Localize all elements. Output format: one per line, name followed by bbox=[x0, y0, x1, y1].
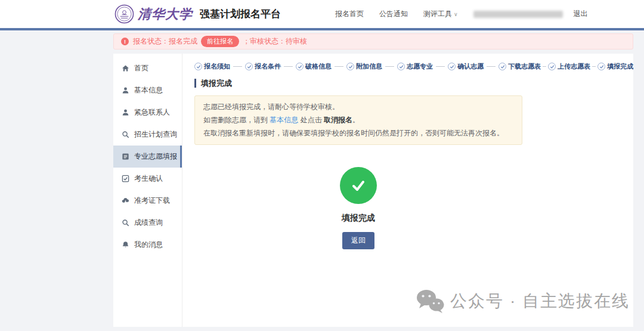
step-exception-info: 破格信息 bbox=[296, 62, 332, 71]
sidebar-item-label: 基本信息 bbox=[134, 85, 163, 95]
step-check-icon bbox=[397, 63, 405, 70]
user-icon bbox=[122, 109, 129, 116]
step-check-icon bbox=[548, 63, 556, 70]
alert-status-text: 报名状态：报名完成 bbox=[133, 36, 197, 47]
sidebar-item-score-query[interactable]: 成绩查询 bbox=[113, 212, 182, 234]
sidebar-menu: 首页基本信息紧急联系人招生计划查询专业志愿填报考生确认准考证下载成绩查询我的消息 bbox=[113, 54, 182, 327]
sidebar-item-label: 紧急联系人 bbox=[134, 107, 170, 117]
step-additional-info: 附加信息 bbox=[346, 62, 382, 71]
success-area: 填报完成 返回 bbox=[194, 167, 522, 249]
basic-info-link[interactable]: 基本信息 bbox=[270, 116, 298, 124]
step-conditions: 报名条件 bbox=[245, 62, 281, 71]
success-title: 填报完成 bbox=[194, 213, 522, 224]
step-label: 下载志愿表 bbox=[508, 62, 541, 71]
step-connector bbox=[487, 66, 496, 67]
step-connector bbox=[233, 66, 242, 67]
bell-icon bbox=[122, 241, 129, 249]
university-logo-text: 清华大学 bbox=[138, 5, 193, 23]
watermark-text: 公众号 · 自主选拔在线 bbox=[450, 290, 630, 313]
step-check-icon bbox=[346, 63, 354, 70]
step-label: 附加信息 bbox=[356, 62, 382, 71]
cancel-registration-text: 取消报名 bbox=[324, 116, 352, 124]
sidebar-item-major-application[interactable]: 专业志愿填报 bbox=[113, 146, 182, 168]
step-label: 报名须知 bbox=[204, 62, 230, 71]
notice-line-2: 如需删除志愿，请到 基本信息 处点击 取消报名。 bbox=[203, 113, 513, 126]
back-button[interactable]: 返回 bbox=[342, 232, 374, 249]
section-title: 填报完成 bbox=[194, 79, 522, 88]
step-check-icon bbox=[499, 63, 506, 70]
logout-button[interactable]: 退出 bbox=[574, 9, 588, 19]
university-seal-icon bbox=[114, 4, 134, 24]
step-check-icon bbox=[194, 63, 202, 70]
notice-box: 志愿已经填报完成，请耐心等待学校审核。 如需删除志愿，请到 基本信息 处点击 取… bbox=[194, 95, 522, 145]
error-icon: ! bbox=[121, 38, 129, 45]
watermark: 公众号 · 自主选拔在线 bbox=[416, 289, 630, 313]
step-upload-form: 上传志愿表 bbox=[548, 62, 590, 71]
step-major-choice: 志愿专业 bbox=[397, 62, 433, 71]
sidebar-item-emergency-contact[interactable]: 紧急联系人 bbox=[113, 101, 182, 123]
sidebar-item-messages[interactable]: 我的消息 bbox=[113, 234, 182, 256]
nav-announcements[interactable]: 公告通知 bbox=[379, 9, 408, 19]
go-register-button[interactable]: 前往报名 bbox=[201, 36, 239, 47]
check-square-icon bbox=[122, 175, 129, 182]
step-label: 志愿专业 bbox=[407, 62, 433, 71]
step-notice: 报名须知 bbox=[194, 62, 230, 71]
step-complete: 填报完成 bbox=[597, 62, 633, 71]
sidebar-item-home[interactable]: 首页 bbox=[113, 57, 182, 79]
sidebar-item-label: 考生确认 bbox=[134, 174, 163, 184]
home-icon bbox=[122, 64, 129, 72]
step-check-icon bbox=[448, 63, 456, 70]
document-icon bbox=[122, 153, 129, 160]
step-download-form: 下载志愿表 bbox=[499, 62, 541, 71]
user-icon bbox=[122, 86, 129, 94]
sidebar-item-label: 专业志愿填报 bbox=[134, 151, 177, 162]
sidebar-item-label: 我的消息 bbox=[134, 240, 163, 250]
search-icon bbox=[122, 131, 129, 138]
wechat-icon bbox=[416, 289, 444, 313]
sidebar-item-basic-info[interactable]: 基本信息 bbox=[113, 79, 182, 101]
chevron-down-icon: ∨ bbox=[454, 11, 458, 17]
step-confirm-choice: 确认志愿 bbox=[448, 62, 484, 71]
sidebar-item-label: 准考证下载 bbox=[134, 196, 170, 206]
sidebar-item-label: 成绩查询 bbox=[134, 218, 163, 228]
step-label: 破格信息 bbox=[305, 62, 332, 71]
step-connector bbox=[436, 66, 445, 67]
notice-line-1: 志愿已经填报完成，请耐心等待学校审核。 bbox=[203, 100, 513, 113]
header-divider bbox=[0, 28, 644, 30]
header: 清华大学 强基计划报名平台 报名首页 公告通知 测评工具∨ 退出 bbox=[0, 0, 644, 28]
step-label: 报名条件 bbox=[255, 62, 281, 71]
step-connector bbox=[335, 66, 343, 67]
sidebar-item-label: 首页 bbox=[134, 63, 148, 73]
sidebar-item-label: 招生计划查询 bbox=[134, 129, 177, 140]
step-connector bbox=[284, 66, 293, 67]
step-label: 填报完成 bbox=[607, 62, 633, 71]
main-content: 报名须知报名条件破格信息附加信息志愿专业确认志愿下载志愿表上传志愿表填报完成 填… bbox=[182, 54, 633, 327]
status-alert: ! 报名状态：报名完成 前往报名 ；审核状态：待审核 bbox=[113, 33, 633, 50]
step-connector bbox=[592, 66, 596, 67]
top-nav: 报名首页 公告通知 测评工具∨ 退出 bbox=[335, 0, 588, 28]
success-check-icon bbox=[340, 167, 377, 204]
sidebar-item-plan-query[interactable]: 招生计划查询 bbox=[113, 123, 182, 146]
search-icon bbox=[122, 219, 129, 227]
step-check-icon bbox=[296, 63, 304, 70]
nav-home[interactable]: 报名首页 bbox=[335, 9, 364, 19]
user-name-redacted bbox=[473, 11, 563, 18]
alert-review-text: ；审核状态：待审核 bbox=[243, 36, 307, 47]
nav-assessment-tools[interactable]: 测评工具∨ bbox=[423, 9, 458, 19]
site-title: 强基计划报名平台 bbox=[200, 7, 281, 21]
step-label: 上传志愿表 bbox=[558, 62, 590, 71]
notice-line-3: 在取消报名重新填报时，请确保要填报学校的报名时间仍然是打开的，否则可能无法再次报… bbox=[203, 126, 513, 140]
progress-steps: 报名须知报名条件破格信息附加信息志愿专业确认志愿下载志愿表上传志愿表填报完成 bbox=[194, 62, 522, 71]
step-connector bbox=[385, 66, 394, 67]
sidebar-item-admission-ticket[interactable]: 准考证下载 bbox=[113, 190, 182, 212]
content-panel: 首页基本信息紧急联系人招生计划查询专业志愿填报考生确认准考证下载成绩查询我的消息… bbox=[113, 54, 633, 327]
step-check-icon bbox=[245, 63, 253, 70]
step-connector bbox=[543, 66, 546, 67]
sidebar-item-candidate-confirm[interactable]: 考生确认 bbox=[113, 168, 182, 190]
step-check-icon bbox=[597, 63, 605, 70]
cloud-download-icon bbox=[122, 197, 129, 205]
step-label: 确认志愿 bbox=[457, 62, 484, 71]
